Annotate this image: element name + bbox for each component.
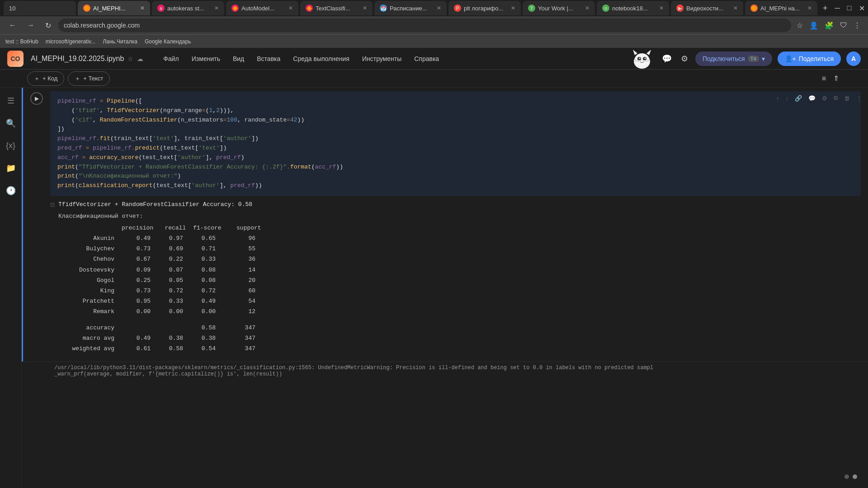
table-row: Akunin 0.49 0.97 0.65 96	[58, 234, 261, 244]
toolbar: ＋ + Код ＋ + Текст ≡ ⇑	[0, 70, 868, 88]
sidebar-history-icon[interactable]: 🕐	[3, 183, 19, 198]
tab-automodel[interactable]: 🔶 AutoModel... ✕	[226, 1, 298, 15]
tab-close-automodel[interactable]: ✕	[288, 5, 293, 11]
table-row: Pratchett 0.95 0.33 0.49 54	[58, 296, 261, 306]
code-block[interactable]: pipeline_rf = Pipeline([ ('tfidf', Tfidf…	[50, 91, 861, 196]
tab-plt[interactable]: P plt логарифо... ✕	[448, 1, 521, 15]
tab-close-aimephi2[interactable]: ✕	[807, 5, 812, 11]
chat-button[interactable]: 💬	[660, 52, 674, 66]
add-code-button[interactable]: ＋ + Код	[27, 71, 64, 86]
tab-close-notebook18[interactable]: ✕	[659, 5, 664, 11]
tab-counter-tab[interactable]: 10	[4, 1, 76, 15]
output-text: TfidfVectorizer + RandomForestClassifier…	[58, 200, 261, 354]
menu-edit[interactable]: Изменить	[186, 52, 226, 65]
shield-icon[interactable]: 🛡	[838, 19, 849, 31]
run-cell-button[interactable]: ▶	[30, 92, 43, 105]
code-line-2: ('tfidf', TfidfVectorizer(ngram_range=(1…	[57, 106, 854, 116]
cell-delete-button[interactable]: 🗑	[842, 93, 852, 103]
tab-label-colab: AI_MEPHI...	[93, 5, 126, 12]
scroll-dot-2[interactable]	[853, 474, 857, 479]
menu-help[interactable]: Справка	[409, 52, 444, 65]
user-avatar[interactable]: A	[846, 52, 861, 66]
menu-tools[interactable]: Инструменты	[357, 52, 407, 65]
colab-logo-icon: CO	[7, 51, 24, 67]
sidebar-toc-icon[interactable]: ☰	[5, 93, 17, 108]
forward-button[interactable]: →	[24, 19, 38, 31]
expand-sections-button[interactable]: ⇑	[831, 72, 841, 84]
sidebar-search-icon[interactable]: 🔍	[3, 116, 19, 131]
nav-bar: ← → ↻ ☆ 👤 🧩 🛡 ⋮	[0, 16, 868, 34]
code-cell-1: ▶ pipeline_rf = Pipeline([ ('tfidf', Tfi…	[22, 88, 868, 361]
colab-header: CO AI_MEPHI_19.02.2025.ipynb ☆ ☁ Файл Из…	[0, 48, 868, 70]
tab-close-autokeras[interactable]: ✕	[214, 5, 219, 11]
tab-label-yourwork: Your Work |...	[538, 5, 573, 12]
tab-close-yourwork[interactable]: ✕	[585, 5, 590, 11]
minimize-button[interactable]: ─	[833, 2, 842, 14]
cell-copy-button[interactable]: ⧉	[831, 93, 840, 103]
tab-video[interactable]: ▶ Видеохости... ✕	[671, 1, 743, 15]
warning-text-line2: _warn_prf(average, modifier, f'{metric.c…	[54, 371, 861, 377]
add-text-button[interactable]: ＋ + Текст	[68, 71, 110, 86]
sidebar-code-icon[interactable]: {x}	[3, 138, 18, 153]
star-icon[interactable]: ☆	[127, 55, 133, 62]
share-label: Поделиться	[799, 55, 834, 62]
back-button[interactable]: ←	[5, 19, 20, 31]
settings-button[interactable]: ⚙	[679, 52, 690, 66]
cloud-icon[interactable]: ☁	[137, 55, 143, 62]
code-line-3: ('clf', RandomForestClassifier(n_estimat…	[57, 116, 854, 125]
tab-yourwork[interactable]: Y Your Work |... ✕	[523, 1, 595, 15]
cell-move-down-button[interactable]: ↓	[783, 93, 791, 103]
code-line-1: pipeline_rf = Pipeline([	[57, 97, 854, 106]
more-options-button[interactable]: ⋮	[852, 19, 863, 32]
bookmark-microsoft[interactable]: microsoft/generativ...	[46, 38, 95, 45]
tab-notebook18[interactable]: n notebook18... ✕	[597, 1, 669, 15]
extensions-button[interactable]: 🧩	[823, 19, 835, 32]
refresh-button[interactable]: ↻	[42, 19, 55, 32]
sidebar-files-icon[interactable]: 📁	[3, 160, 19, 176]
collapse-sections-button[interactable]: ≡	[820, 73, 828, 84]
code-line-4: ])	[57, 125, 854, 134]
colab-header-right: 💬 ⚙ Подключиться T4 ▾ 👤+ Поделиться A	[629, 46, 861, 71]
maximize-button[interactable]: □	[845, 2, 854, 14]
bookmark-botHub[interactable]: test :: BotHub	[5, 38, 38, 45]
bookmark-lan[interactable]: Лань.Читалка	[103, 38, 137, 45]
connect-dropdown-icon[interactable]: ▾	[762, 55, 765, 62]
bookmark-google-cal[interactable]: Google Календарь	[145, 38, 191, 45]
svg-marker-2	[633, 50, 637, 55]
tab-aimephi2[interactable]: 🟠 AI_MEPhi на... ✕	[745, 1, 817, 15]
tab-close-plt[interactable]: ✕	[511, 5, 515, 11]
tab-raspisanie[interactable]: 📅 Расписание... ✕	[374, 1, 447, 15]
bookmark-button[interactable]: ☆	[795, 19, 805, 32]
cell-move-up-button[interactable]: ↑	[774, 93, 782, 103]
colab-logo-text: CO	[11, 55, 20, 62]
profile-button[interactable]: 👤	[807, 19, 820, 32]
tab-textclassifier[interactable]: 🔶 TextClassifi... ✕	[300, 1, 373, 15]
browser-chrome: 10 🟠 AI_MEPHI... ✕ a autokeras st... ✕ 🔶…	[0, 0, 868, 48]
address-bar[interactable]	[58, 19, 791, 32]
summary-rows: accuracy 0.58 347 macro avg 0.49 0.38 0.…	[58, 323, 261, 354]
menu-file[interactable]: Файл	[158, 52, 184, 65]
cell-comment-button[interactable]: 💬	[806, 93, 818, 103]
new-tab-button[interactable]: +	[819, 4, 831, 13]
tab-colab-active[interactable]: 🟠 AI_MEPHI... ✕	[78, 1, 150, 15]
tab-close-raspisanie[interactable]: ✕	[437, 5, 441, 11]
menu-runtime[interactable]: Среда выполнения	[288, 52, 355, 65]
notebook-title[interactable]: AI_MEPHI_19.02.2025.ipynb	[31, 55, 124, 63]
scroll-dot-1[interactable]	[844, 474, 849, 479]
tab-close-colab[interactable]: ✕	[140, 5, 145, 11]
cell-link-button[interactable]: 🔗	[793, 93, 804, 103]
tab-close-video[interactable]: ✕	[733, 5, 738, 11]
cell-more-button[interactable]: ⋮	[854, 93, 864, 103]
close-browser-button[interactable]: ✕	[857, 2, 867, 14]
summary-row: accuracy 0.58 347	[58, 323, 261, 333]
tab-close-textclassifier[interactable]: ✕	[363, 5, 367, 11]
menu-insert[interactable]: Вставка	[251, 52, 286, 65]
svg-marker-3	[646, 50, 651, 55]
tab-counter-label: 10	[9, 5, 15, 12]
menu-view[interactable]: Вид	[227, 52, 250, 65]
connect-button[interactable]: Подключиться T4 ▾	[695, 52, 772, 66]
tab-autokeras[interactable]: a autokeras st... ✕	[152, 1, 224, 15]
cell-settings-button[interactable]: ⚙	[820, 93, 830, 103]
svg-point-7	[644, 57, 646, 59]
share-button[interactable]: 👤+ Поделиться	[778, 52, 841, 66]
